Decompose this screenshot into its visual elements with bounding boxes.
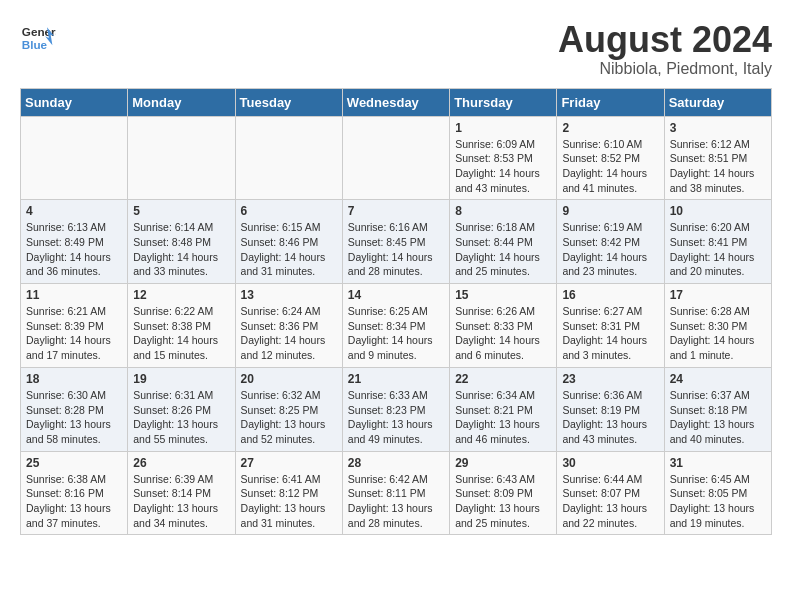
calendar-table: SundayMondayTuesdayWednesdayThursdayFrid…: [20, 88, 772, 536]
day-info-text: Sunset: 8:38 PM: [133, 319, 229, 334]
day-number: 31: [670, 456, 766, 470]
calendar-day-4: 4Sunrise: 6:13 AMSunset: 8:49 PMDaylight…: [21, 200, 128, 284]
day-number: 1: [455, 121, 551, 135]
day-info-text: Daylight: 14 hours and 41 minutes.: [562, 166, 658, 195]
calendar-day-13: 13Sunrise: 6:24 AMSunset: 8:36 PMDayligh…: [235, 284, 342, 368]
day-info-text: Daylight: 14 hours and 38 minutes.: [670, 166, 766, 195]
day-info-text: Sunset: 8:49 PM: [26, 235, 122, 250]
day-number: 5: [133, 204, 229, 218]
day-number: 16: [562, 288, 658, 302]
calendar-day-10: 10Sunrise: 6:20 AMSunset: 8:41 PMDayligh…: [664, 200, 771, 284]
day-info-text: Sunrise: 6:16 AM: [348, 220, 444, 235]
day-info-text: Sunset: 8:11 PM: [348, 486, 444, 501]
day-info-text: Sunset: 8:41 PM: [670, 235, 766, 250]
day-info-text: Sunset: 8:31 PM: [562, 319, 658, 334]
day-info-text: Sunset: 8:39 PM: [26, 319, 122, 334]
header-friday: Friday: [557, 88, 664, 116]
calendar-day-6: 6Sunrise: 6:15 AMSunset: 8:46 PMDaylight…: [235, 200, 342, 284]
calendar-day-29: 29Sunrise: 6:43 AMSunset: 8:09 PMDayligh…: [450, 451, 557, 535]
header-monday: Monday: [128, 88, 235, 116]
day-info-text: Sunrise: 6:09 AM: [455, 137, 551, 152]
calendar-day-31: 31Sunrise: 6:45 AMSunset: 8:05 PMDayligh…: [664, 451, 771, 535]
day-info-text: Sunset: 8:23 PM: [348, 403, 444, 418]
day-info-text: Daylight: 13 hours and 34 minutes.: [133, 501, 229, 530]
day-info-text: Daylight: 14 hours and 28 minutes.: [348, 250, 444, 279]
calendar-day-26: 26Sunrise: 6:39 AMSunset: 8:14 PMDayligh…: [128, 451, 235, 535]
day-number: 28: [348, 456, 444, 470]
day-info-text: Sunset: 8:28 PM: [26, 403, 122, 418]
day-info-text: Sunrise: 6:36 AM: [562, 388, 658, 403]
day-info-text: Sunrise: 6:38 AM: [26, 472, 122, 487]
day-info-text: Sunrise: 6:10 AM: [562, 137, 658, 152]
day-info-text: Sunrise: 6:15 AM: [241, 220, 337, 235]
day-info-text: Sunrise: 6:26 AM: [455, 304, 551, 319]
calendar-day-2: 2Sunrise: 6:10 AMSunset: 8:52 PMDaylight…: [557, 116, 664, 200]
day-number: 9: [562, 204, 658, 218]
day-info-text: Sunset: 8:33 PM: [455, 319, 551, 334]
calendar-day-empty: [342, 116, 449, 200]
calendar-day-5: 5Sunrise: 6:14 AMSunset: 8:48 PMDaylight…: [128, 200, 235, 284]
calendar-day-3: 3Sunrise: 6:12 AMSunset: 8:51 PMDaylight…: [664, 116, 771, 200]
day-info-text: Daylight: 14 hours and 33 minutes.: [133, 250, 229, 279]
day-info-text: Daylight: 13 hours and 28 minutes.: [348, 501, 444, 530]
day-number: 24: [670, 372, 766, 386]
day-info-text: Sunset: 8:34 PM: [348, 319, 444, 334]
day-info-text: Sunrise: 6:41 AM: [241, 472, 337, 487]
calendar-week-row: 4Sunrise: 6:13 AMSunset: 8:49 PMDaylight…: [21, 200, 772, 284]
calendar-day-14: 14Sunrise: 6:25 AMSunset: 8:34 PMDayligh…: [342, 284, 449, 368]
day-info-text: Daylight: 14 hours and 36 minutes.: [26, 250, 122, 279]
day-info-text: Sunset: 8:45 PM: [348, 235, 444, 250]
day-info-text: Sunset: 8:36 PM: [241, 319, 337, 334]
calendar-day-28: 28Sunrise: 6:42 AMSunset: 8:11 PMDayligh…: [342, 451, 449, 535]
day-info-text: Sunset: 8:05 PM: [670, 486, 766, 501]
day-info-text: Daylight: 13 hours and 49 minutes.: [348, 417, 444, 446]
day-number: 13: [241, 288, 337, 302]
day-number: 6: [241, 204, 337, 218]
day-info-text: Daylight: 14 hours and 1 minute.: [670, 333, 766, 362]
day-info-text: Sunrise: 6:20 AM: [670, 220, 766, 235]
day-info-text: Sunset: 8:14 PM: [133, 486, 229, 501]
day-number: 29: [455, 456, 551, 470]
day-number: 18: [26, 372, 122, 386]
day-info-text: Sunrise: 6:37 AM: [670, 388, 766, 403]
day-info-text: Daylight: 14 hours and 25 minutes.: [455, 250, 551, 279]
day-info-text: Sunrise: 6:27 AM: [562, 304, 658, 319]
header-thursday: Thursday: [450, 88, 557, 116]
calendar-day-30: 30Sunrise: 6:44 AMSunset: 8:07 PMDayligh…: [557, 451, 664, 535]
day-info-text: Daylight: 13 hours and 25 minutes.: [455, 501, 551, 530]
calendar-day-18: 18Sunrise: 6:30 AMSunset: 8:28 PMDayligh…: [21, 367, 128, 451]
day-info-text: Sunrise: 6:13 AM: [26, 220, 122, 235]
day-info-text: Daylight: 13 hours and 43 minutes.: [562, 417, 658, 446]
calendar-header-row: SundayMondayTuesdayWednesdayThursdayFrid…: [21, 88, 772, 116]
day-info-text: Daylight: 14 hours and 15 minutes.: [133, 333, 229, 362]
day-info-text: Daylight: 14 hours and 17 minutes.: [26, 333, 122, 362]
day-info-text: Sunset: 8:52 PM: [562, 151, 658, 166]
day-info-text: Sunrise: 6:30 AM: [26, 388, 122, 403]
day-number: 7: [348, 204, 444, 218]
calendar-day-22: 22Sunrise: 6:34 AMSunset: 8:21 PMDayligh…: [450, 367, 557, 451]
day-info-text: Sunset: 8:42 PM: [562, 235, 658, 250]
day-info-text: Daylight: 13 hours and 55 minutes.: [133, 417, 229, 446]
header-sunday: Sunday: [21, 88, 128, 116]
day-info-text: Sunrise: 6:34 AM: [455, 388, 551, 403]
day-number: 15: [455, 288, 551, 302]
calendar-day-1: 1Sunrise: 6:09 AMSunset: 8:53 PMDaylight…: [450, 116, 557, 200]
day-info-text: Sunset: 8:18 PM: [670, 403, 766, 418]
day-number: 26: [133, 456, 229, 470]
day-info-text: Sunrise: 6:24 AM: [241, 304, 337, 319]
day-number: 10: [670, 204, 766, 218]
day-info-text: Sunrise: 6:22 AM: [133, 304, 229, 319]
day-info-text: Daylight: 14 hours and 12 minutes.: [241, 333, 337, 362]
day-info-text: Sunrise: 6:28 AM: [670, 304, 766, 319]
calendar-day-24: 24Sunrise: 6:37 AMSunset: 8:18 PMDayligh…: [664, 367, 771, 451]
calendar-week-row: 25Sunrise: 6:38 AMSunset: 8:16 PMDayligh…: [21, 451, 772, 535]
calendar-day-empty: [235, 116, 342, 200]
day-number: 2: [562, 121, 658, 135]
day-info-text: Sunrise: 6:32 AM: [241, 388, 337, 403]
day-info-text: Sunset: 8:12 PM: [241, 486, 337, 501]
day-info-text: Sunrise: 6:12 AM: [670, 137, 766, 152]
day-number: 20: [241, 372, 337, 386]
day-info-text: Daylight: 14 hours and 3 minutes.: [562, 333, 658, 362]
header-wednesday: Wednesday: [342, 88, 449, 116]
day-number: 17: [670, 288, 766, 302]
